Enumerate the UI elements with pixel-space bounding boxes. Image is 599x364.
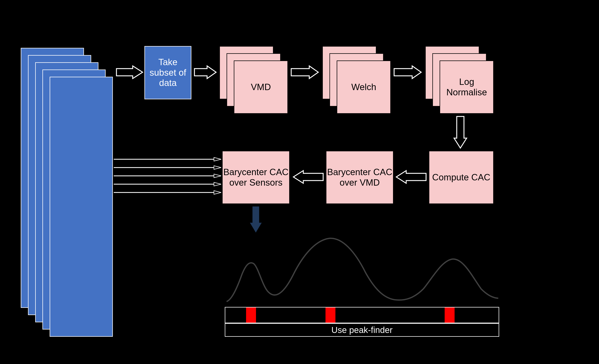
box-compute-cac: Compute CAC xyxy=(429,151,494,204)
arrow-baryvmd-to-barysensors xyxy=(292,170,324,184)
box-bary-sensors: Barycenter CAC over Sensors xyxy=(222,151,290,204)
arrow-cac-to-baryvmd xyxy=(395,170,427,184)
svg-marker-1 xyxy=(214,158,221,161)
arrow-vmd-to-welch xyxy=(290,65,319,80)
box-take-subset: Take subset of data xyxy=(144,46,191,99)
svg-marker-9 xyxy=(214,191,221,194)
peak-marker-1 xyxy=(246,308,256,323)
arrow-barysensors-to-output xyxy=(249,206,262,233)
svg-marker-3 xyxy=(214,166,221,169)
svg-marker-5 xyxy=(214,174,221,178)
arrow-lognorm-to-cac xyxy=(453,115,467,149)
lognorm-stack-1: Log Normalise xyxy=(440,61,494,114)
welch-stack-1: Welch xyxy=(337,61,391,114)
arrow-welch-to-lognorm xyxy=(393,65,422,80)
sensor-lines-group xyxy=(114,157,222,199)
label-take-subset: Take subset of data xyxy=(145,57,191,88)
arrow-subset-to-vmd xyxy=(194,65,217,80)
peak-bar xyxy=(225,307,499,323)
box-bary-vmd: Barycenter CAC over VMD xyxy=(326,151,394,204)
peak-label-box: Use peak-finder xyxy=(225,323,499,337)
vmd-stack-1: VMD xyxy=(234,61,288,114)
peak-marker-3 xyxy=(445,308,455,323)
label-bary-sensors: Barycenter CAC over Sensors xyxy=(223,167,289,188)
spectrum-curve xyxy=(225,231,499,303)
peak-marker-2 xyxy=(326,308,335,323)
label-vmd: VMD xyxy=(251,82,271,92)
label-compute-cac: Compute CAC xyxy=(432,172,490,183)
label-welch: Welch xyxy=(351,82,376,92)
data-stack-rect-1 xyxy=(50,77,113,337)
label-bary-vmd: Barycenter CAC over VMD xyxy=(326,167,393,188)
label-lognorm: Log Normalise xyxy=(440,77,493,98)
svg-marker-7 xyxy=(214,182,221,186)
arrow-data-to-subset xyxy=(115,65,143,80)
peak-label-text: Use peak-finder xyxy=(331,325,393,335)
